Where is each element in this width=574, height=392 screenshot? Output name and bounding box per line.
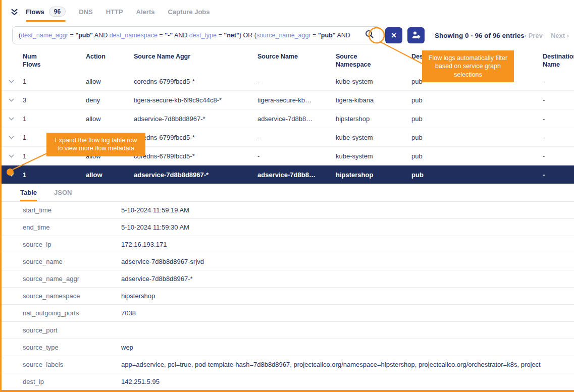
- table-row[interactable]: 3 deny tigera-secure-kb-6f9c9c44c8-* tig…: [0, 91, 574, 109]
- table-row[interactable]: 1 allow adservice-7d8b8d8967-* adservice…: [0, 109, 574, 128]
- prev-page-button[interactable]: ‹ Prev: [525, 32, 543, 39]
- cell-dest-name: -: [543, 134, 574, 141]
- detail-key: source_type: [23, 344, 121, 351]
- detail-value: app=adservice, pci=true, pod-template-ha…: [121, 361, 574, 368]
- cell-dest-name: -: [543, 171, 574, 179]
- detail-value: adservice-7d8b8d8967-srjvd: [121, 258, 574, 265]
- tutorial-highlight-bottom-edge: [0, 390, 574, 392]
- col-header-source-name-aggr: Source Name Aggr: [134, 53, 190, 60]
- tooltip-filter-annotation: Flow logs automatically filter based on …: [422, 50, 514, 82]
- entries-count-status: Showing 0 - 96 of 96 entries: [435, 32, 525, 39]
- detail-row: source_labels app=adservice, pci=true, p…: [0, 356, 574, 373]
- user-settings-button[interactable]: [407, 27, 425, 43]
- detail-tab-json[interactable]: JSON: [54, 184, 72, 201]
- chevron-down-icon[interactable]: [0, 98, 23, 102]
- cell-source-name: adservice-7d8b8…: [257, 115, 336, 123]
- detail-row: dest_ip 142.251.5.95: [0, 373, 574, 390]
- detail-key: start_time: [23, 206, 121, 214]
- cell-source-name-aggr: adservice-7d8b8d8967-*: [134, 171, 257, 179]
- tab-capture-jobs[interactable]: Capture Jobs: [168, 0, 210, 23]
- detail-row: source_name_aggr adservice-7d8b8d8967-*: [0, 270, 574, 288]
- detail-row: start_time 5-10-2024 11:59:19 AM: [0, 202, 574, 219]
- detail-key: dest_ip: [23, 378, 121, 385]
- cell-source-name: tigera-secure-kb…: [257, 96, 336, 104]
- tab-alerts[interactable]: Alerts: [136, 0, 155, 23]
- detail-value: 5-10-2024 11:59:19 AM: [121, 206, 574, 214]
- cell-action: allow: [86, 171, 134, 179]
- chevron-down-icon[interactable]: [0, 80, 23, 83]
- detail-value: wep: [121, 344, 574, 351]
- cell-dest-name-aggr: pub: [411, 152, 543, 160]
- col-header-destination-name: Destination Name: [543, 52, 574, 69]
- detail-key: end_time: [23, 223, 121, 231]
- tab-flows[interactable]: Flows 96: [26, 0, 66, 23]
- cell-num-flows: 1: [23, 78, 86, 85]
- double-chevron-down-icon[interactable]: [10, 8, 19, 16]
- user-gear-icon: [411, 30, 421, 41]
- cell-source-namespace: tigera-kibana: [336, 96, 411, 104]
- detail-tabbar: Table JSON: [0, 184, 574, 202]
- cell-dest-name: -: [543, 152, 574, 160]
- detail-row: source_name adservice-7d8b8d8967-srjvd: [0, 253, 574, 270]
- detail-row: nat_outgoing_ports 7038: [0, 305, 574, 322]
- pagination: ‹ Prev Next ›: [525, 32, 569, 39]
- tab-dns[interactable]: DNS: [79, 0, 92, 23]
- flow-query-input[interactable]: (dest_name_aggr = "pub" AND dest_namespa…: [12, 26, 380, 44]
- cell-source-name-aggr: adservice-7d8b8d8967-*: [134, 115, 257, 123]
- next-page-button[interactable]: Next ›: [551, 32, 569, 39]
- detail-tab-table[interactable]: Table: [20, 184, 37, 201]
- cell-dest-name: -: [543, 96, 574, 104]
- detail-key: source_name: [23, 258, 121, 265]
- tutorial-highlight-left-edge: [0, 0, 2, 392]
- tab-http[interactable]: HTTP: [106, 0, 123, 23]
- detail-row: source_type wep: [0, 339, 574, 356]
- chevron-down-icon[interactable]: [0, 136, 23, 139]
- cell-dest-name-aggr: pub: [411, 171, 543, 179]
- cell-source-name-aggr: tigera-secure-kb-6f9c9c44c8-*: [134, 96, 257, 104]
- cell-source-namespace: hipstershop: [336, 115, 411, 123]
- cell-source-name-aggr: coredns-6799fbcd5-*: [134, 134, 257, 141]
- chevron-down-icon[interactable]: [0, 173, 23, 177]
- clear-filter-button[interactable]: ✕: [385, 27, 402, 43]
- cell-source-namespace: kube-system: [336, 152, 411, 160]
- tooltip-expand-annotation: Expand the flow log table row to view mo…: [46, 133, 145, 156]
- detail-value: adservice-7d8b8d8967-*: [121, 275, 574, 283]
- cell-source-namespace: hipstershop: [336, 171, 411, 179]
- cell-action: deny: [86, 96, 134, 104]
- detail-value: 172.16.193.171: [121, 241, 574, 248]
- chevron-down-icon[interactable]: [0, 154, 23, 158]
- detail-value: 5-10-2024 11:59:30 AM: [121, 223, 574, 231]
- cell-source-namespace: kube-system: [336, 134, 411, 141]
- cell-dest-name: -: [543, 115, 574, 123]
- tab-dns-label: DNS: [79, 8, 92, 16]
- detail-row: source_port: [0, 322, 574, 339]
- cell-num-flows: 1: [23, 115, 86, 123]
- cell-source-name: adservice-7d8b8…: [257, 171, 336, 179]
- detail-value: 142.251.5.95: [121, 378, 574, 385]
- cell-dest-name-aggr: pub: [411, 134, 543, 141]
- cell-source-name: -: [257, 134, 336, 141]
- col-header-source-namespace: Source Namespace: [336, 52, 378, 69]
- tab-alerts-label: Alerts: [136, 8, 155, 16]
- detail-value: hipstershop: [121, 292, 574, 300]
- cell-source-name-aggr: coredns-6799fbcd5-*: [134, 152, 257, 160]
- detail-row: source_namespace hipstershop: [0, 288, 574, 305]
- cell-dest-name: -: [543, 78, 574, 85]
- detail-row: source_ip 172.16.193.171: [0, 236, 574, 253]
- col-header-num-flows: Num Flows: [23, 52, 45, 69]
- chevron-down-icon[interactable]: [0, 117, 23, 121]
- cell-num-flows: 3: [23, 96, 86, 104]
- cell-action: allow: [86, 78, 134, 85]
- tab-capture-jobs-label: Capture Jobs: [168, 8, 210, 16]
- cell-source-name: -: [257, 152, 336, 160]
- search-icon[interactable]: [364, 29, 375, 41]
- cell-source-name-aggr: coredns-6799fbcd5-*: [134, 78, 257, 85]
- cell-num-flows: 1: [23, 171, 86, 179]
- col-header-action: Action: [86, 53, 106, 60]
- log-type-tabbar: Flows 96 DNS HTTP Alerts Capture Jobs: [0, 0, 574, 23]
- detail-key: source_labels: [23, 361, 121, 368]
- table-row-selected[interactable]: 1 allow adservice-7d8b8d8967-* adservice…: [0, 165, 574, 184]
- col-header-source-name: Source Name: [257, 53, 298, 60]
- filter-toolbar: (dest_name_aggr = "pub" AND dest_namespa…: [0, 23, 574, 47]
- detail-key: source_name_aggr: [23, 275, 121, 283]
